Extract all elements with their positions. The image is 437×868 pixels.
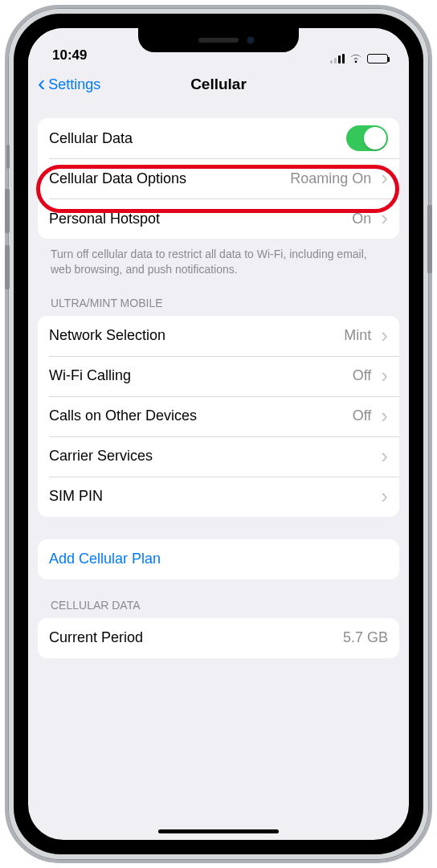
row-detail: Off — [353, 367, 372, 384]
group-add-plan: Add Cellular Plan — [38, 539, 399, 579]
power-button — [427, 205, 432, 273]
group-footer: Turn off cellular data to restrict all d… — [38, 239, 399, 277]
row-detail: Mint — [344, 327, 371, 344]
group-carrier: Network Selection Mint › Wi-Fi Calling O… — [38, 316, 399, 517]
chevron-right-icon: › — [381, 365, 388, 386]
chevron-right-icon: › — [381, 325, 388, 346]
cellular-signal-icon — [330, 54, 345, 63]
chevron-right-icon: › — [381, 207, 388, 228]
row-calls-other-devices[interactable]: Calls on Other Devices Off › — [38, 396, 399, 436]
row-carrier-services[interactable]: Carrier Services › — [38, 436, 399, 477]
row-cellular-data[interactable]: Cellular Data — [38, 118, 399, 158]
row-label: Cellular Data Options — [49, 170, 284, 187]
group-cellular: Cellular Data Cellular Data Options Roam… — [38, 118, 399, 239]
row-network-selection[interactable]: Network Selection Mint › — [38, 316, 399, 356]
chevron-right-icon: › — [381, 445, 388, 466]
row-label: Cellular Data — [49, 130, 340, 147]
row-label: Carrier Services — [49, 448, 371, 465]
back-label: Settings — [48, 76, 100, 93]
cellular-data-toggle[interactable] — [346, 125, 388, 151]
home-indicator[interactable] — [158, 829, 279, 833]
section-header-carrier: ULTRA/MINT MOBILE — [38, 277, 399, 316]
row-label: Calls on Other Devices — [49, 407, 346, 424]
row-sim-pin[interactable]: SIM PIN › — [38, 477, 399, 517]
section-header-usage: CELLULAR DATA — [38, 579, 399, 618]
row-detail: 5.7 GB — [343, 629, 388, 646]
chevron-left-icon: ‹ — [38, 72, 45, 95]
row-cellular-data-options[interactable]: Cellular Data Options Roaming On › — [38, 158, 399, 199]
row-add-cellular-plan[interactable]: Add Cellular Plan — [38, 539, 399, 579]
wifi-icon — [349, 53, 363, 63]
content: Cellular Data Cellular Data Options Roam… — [28, 104, 409, 658]
row-label: Network Selection — [49, 327, 337, 344]
volume-down-button — [5, 245, 10, 289]
mute-switch — [6, 145, 10, 169]
row-detail: Off — [353, 407, 372, 424]
row-detail: Roaming On — [290, 170, 371, 187]
row-label: Personal Hotspot — [49, 211, 345, 227]
row-label: Current Period — [49, 629, 337, 646]
battery-icon — [367, 54, 388, 63]
notch — [138, 28, 299, 52]
row-personal-hotspot[interactable]: Personal Hotspot On › — [38, 199, 399, 239]
chevron-right-icon: › — [381, 485, 388, 506]
volume-up-button — [5, 189, 10, 233]
row-label: Add Cellular Plan — [49, 551, 388, 567]
row-label: SIM PIN — [49, 488, 371, 505]
group-usage: Current Period 5.7 GB — [38, 618, 399, 658]
phone-frame: 10:49 ‹ Settings — [5, 5, 432, 863]
row-label: Wi-Fi Calling — [49, 367, 346, 384]
row-wifi-calling[interactable]: Wi-Fi Calling Off › — [38, 356, 399, 396]
chevron-right-icon: › — [381, 405, 388, 426]
status-time: 10:49 — [52, 47, 87, 63]
back-button[interactable]: ‹ Settings — [38, 75, 100, 95]
screen: 10:49 ‹ Settings — [28, 28, 409, 840]
nav-bar: ‹ Settings Cellular — [28, 65, 409, 104]
chevron-right-icon: › — [381, 167, 388, 188]
row-current-period[interactable]: Current Period 5.7 GB — [38, 618, 399, 658]
row-detail: On — [352, 211, 371, 227]
